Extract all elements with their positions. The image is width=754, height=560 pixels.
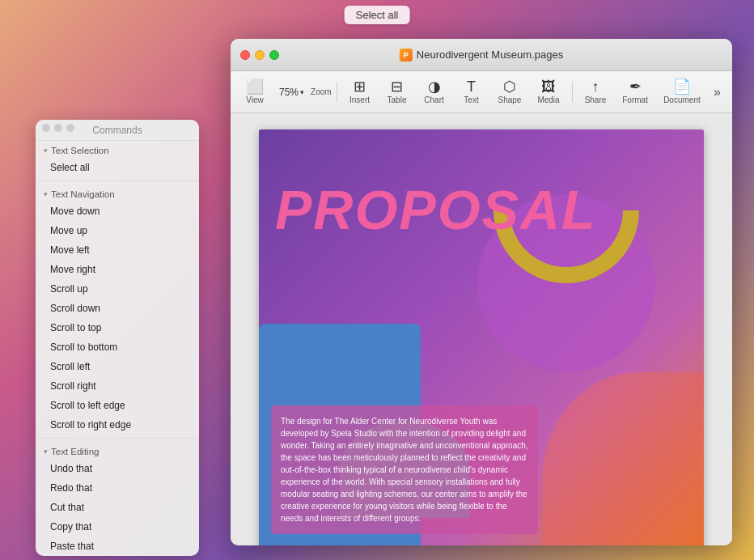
section-text-editing: ▾ Text Editing <box>36 442 199 459</box>
toolbar-chart-btn[interactable]: ◑ Chart <box>417 76 452 108</box>
cmd-move-right[interactable]: Move right <box>36 260 199 279</box>
window-titlebar: P Neurodivergent Museum.pages <box>231 39 732 71</box>
toolbar-text-btn[interactable]: T Text <box>454 76 489 108</box>
view-label: View <box>246 95 264 104</box>
section-label-editing: Text Editing <box>51 447 99 456</box>
divider-1 <box>36 180 199 181</box>
table-icon: ⊟ <box>391 79 403 94</box>
shape-label: Shape <box>498 95 521 104</box>
cmd-copy[interactable]: Copy that <box>36 517 199 537</box>
zoom-value: 75% <box>279 87 299 98</box>
chart-label: Chart <box>424 95 443 104</box>
divider-2 <box>36 438 199 439</box>
document-icon: 📄 <box>673 79 691 94</box>
panel-minimize-dot[interactable] <box>54 124 62 132</box>
toolbar-zoom-btn[interactable]: 75% ▾ <box>274 84 309 100</box>
chevron-icon-nav: ▾ <box>44 190 48 198</box>
cmd-move-down[interactable]: Move down <box>36 202 199 221</box>
document-label: Document <box>663 95 701 104</box>
toolbar-separator-2 <box>572 83 573 102</box>
section-text-selection: ▾ Text Selection <box>36 141 199 158</box>
document-content-area[interactable]: PROPOSAL The design for The Alder Center… <box>231 113 732 545</box>
view-icon: ⬜ <box>246 79 264 94</box>
section-label-selection: Text Selection <box>51 146 109 155</box>
chart-icon: ◑ <box>428 79 441 94</box>
share-label: Share <box>585 95 607 104</box>
cmd-scroll-left-edge[interactable]: Scroll to left edge <box>36 396 199 415</box>
cmd-scroll-to-bottom[interactable]: Scroll to bottom <box>36 337 199 357</box>
toolbar-shape-btn[interactable]: ⬡ Shape <box>491 76 529 108</box>
chevron-icon-edit: ▾ <box>44 448 48 456</box>
text-label: Text <box>464 95 478 104</box>
cmd-scroll-up[interactable]: Scroll up <box>36 279 199 299</box>
toolbar-table-btn[interactable]: ⊟ Table <box>379 76 415 108</box>
cmd-scroll-down[interactable]: Scroll down <box>36 299 199 318</box>
insert-icon: ⊞ <box>354 79 366 94</box>
page-canvas: PROPOSAL The design for The Alder Center… <box>259 129 704 545</box>
insert-label: Insert <box>349 95 370 104</box>
minimize-button[interactable] <box>255 50 265 60</box>
cmd-move-left[interactable]: Move left <box>36 240 199 260</box>
window-title: P Neurodivergent Museum.pages <box>400 49 563 62</box>
share-icon: ↑ <box>591 79 599 94</box>
zoom-label: Zoom <box>311 87 332 96</box>
format-label: Format <box>622 95 648 104</box>
pages-window: P Neurodivergent Museum.pages ⬜ View 75%… <box>231 39 732 545</box>
proposal-heading: PROPOSAL <box>275 178 597 241</box>
shape-icon: ⬡ <box>503 79 516 94</box>
cmd-scroll-right[interactable]: Scroll right <box>36 376 199 396</box>
cmd-scroll-right-edge[interactable]: Scroll to right edge <box>36 415 199 435</box>
toolbar-insert-btn[interactable]: ⊞ Insert <box>342 76 378 108</box>
body-text: The design for The Alder Center for Neur… <box>281 415 528 524</box>
media-label: Media <box>537 95 559 104</box>
toolbar-more-btn[interactable]: » <box>709 82 726 103</box>
section-text-navigation: ▾ Text Navigation <box>36 185 199 202</box>
table-label: Table <box>388 95 407 104</box>
toolbar-format-btn[interactable]: ✒ Format <box>615 76 654 108</box>
toolbar-share-btn[interactable]: ↑ Share <box>578 76 614 108</box>
toolbar-media-btn[interactable]: 🖼 Media <box>530 76 566 108</box>
cmd-paste[interactable]: Paste that <box>36 537 199 556</box>
toolbar-view-btn[interactable]: ⬜ View <box>237 76 273 108</box>
cmd-select-all[interactable]: Select all <box>36 158 199 177</box>
close-button[interactable] <box>240 50 250 60</box>
pages-app-icon: P <box>400 49 413 62</box>
select-all-button[interactable]: Select all <box>345 6 410 24</box>
toolbar-document-btn[interactable]: 📄 Document <box>657 76 707 108</box>
cmd-move-up[interactable]: Move up <box>36 221 199 240</box>
section-label-navigation: Text Navigation <box>51 189 115 199</box>
format-icon: ✒ <box>629 79 642 94</box>
shape-pink-blob <box>542 372 704 545</box>
panel-traffic-lights <box>42 124 74 132</box>
titlebar-traffic-lights <box>240 50 279 60</box>
cmd-undo[interactable]: Undo that <box>36 459 199 478</box>
chevron-icon: ▾ <box>44 146 48 155</box>
fullscreen-button[interactable] <box>269 50 279 60</box>
page-background: PROPOSAL The design for The Alder Center… <box>259 129 704 545</box>
cmd-scroll-to-top[interactable]: Scroll to top <box>36 318 199 337</box>
toolbar: ⬜ View 75% ▾ Zoom ⊞ Insert ⊟ Table ◑ Cha… <box>231 71 732 113</box>
text-icon: T <box>467 79 476 94</box>
cmd-redo[interactable]: Redo that <box>36 478 199 498</box>
cmd-scroll-left[interactable]: Scroll left <box>36 357 199 376</box>
cmd-cut[interactable]: Cut that <box>36 498 199 517</box>
commands-panel: Commands ▾ Text Selection Select all ▾ T… <box>36 120 199 556</box>
body-text-box: The design for The Alder Center for Neur… <box>271 405 538 534</box>
toolbar-separator-1 <box>337 83 337 102</box>
media-icon: 🖼 <box>541 79 556 94</box>
panel-close-dot[interactable] <box>42 124 50 132</box>
zoom-chevron-icon: ▾ <box>300 88 304 96</box>
panel-fullscreen-dot[interactable] <box>66 124 74 132</box>
window-title-text: Neurodivergent Museum.pages <box>417 49 563 61</box>
